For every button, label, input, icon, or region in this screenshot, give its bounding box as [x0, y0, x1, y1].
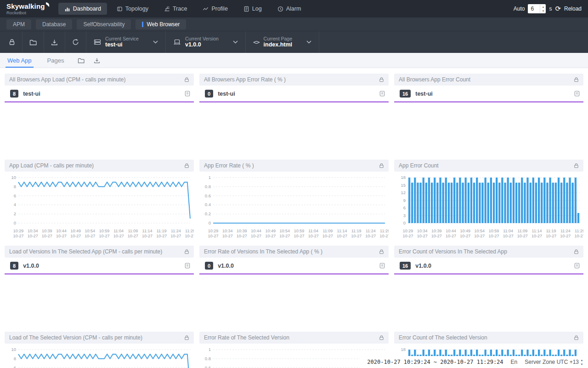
svg-text:11:24: 11:24: [560, 229, 571, 233]
group-tab-label: Web Browser: [147, 21, 180, 28]
svg-text:10-27: 10-27: [546, 234, 556, 238]
panel-error-count-of-versions: Error Count of Versions In The Selected …: [394, 246, 583, 332]
svg-text:10-27: 10-27: [56, 234, 67, 238]
lock-icon[interactable]: [184, 249, 189, 254]
metric-progress-bar: [199, 101, 389, 103]
lock-icon[interactable]: [379, 163, 384, 168]
auto-label: Auto: [514, 6, 525, 12]
language-toggle[interactable]: En: [511, 359, 518, 365]
nav-item-topology[interactable]: Topology: [111, 3, 154, 15]
auto-interval-stepper[interactable]: ▲▼: [540, 5, 546, 13]
svg-text:0.6: 0.6: [205, 193, 211, 198]
lock-icon[interactable]: [184, 163, 189, 168]
svg-text:12: 12: [401, 190, 406, 195]
reload-label[interactable]: Reload: [564, 6, 582, 12]
metric-value-badge: 16: [400, 90, 411, 98]
logo-swoosh-icon: [45, 2, 50, 7]
svg-text:10:54: 10:54: [280, 229, 290, 233]
server-zone-label: Server Zone UTC +: [525, 359, 572, 365]
panel-app-load-chart: App Load (CPM - calls per minute) 024681…: [5, 160, 194, 246]
svg-text:1: 1: [209, 175, 211, 180]
svg-text:10:49: 10:49: [460, 229, 470, 233]
lock-icon[interactable]: [574, 335, 579, 340]
nav-item-log[interactable]: Log: [237, 3, 268, 15]
svg-text:10-27: 10-27: [560, 234, 571, 238]
svg-text:10-27: 10-27: [28, 234, 38, 238]
nav-label: Profile: [211, 6, 227, 12]
nav-item-dashboard[interactable]: Dashboard: [58, 3, 107, 15]
group-tab-selfobservability[interactable]: SelfObservability: [77, 19, 131, 29]
clipboard-icon[interactable]: [574, 91, 580, 97]
metric-name[interactable]: test-ui: [23, 91, 185, 97]
nav-label: Alarm: [286, 6, 301, 12]
svg-text:10: 10: [11, 175, 16, 180]
svg-text:10:34: 10:34: [417, 229, 428, 233]
import-templates-button[interactable]: [23, 31, 44, 53]
clipboard-icon[interactable]: [379, 263, 385, 269]
app-logo: Skywalking Rocketbot: [0, 3, 58, 15]
metric-name[interactable]: v1.0.0: [23, 263, 185, 269]
metric-name[interactable]: test-ui: [415, 91, 574, 97]
lock-edit-button[interactable]: [2, 31, 23, 53]
lock-icon[interactable]: [574, 249, 579, 254]
nav-item-trace[interactable]: Trace: [158, 3, 193, 15]
sync-icon: [72, 39, 79, 46]
clipboard-icon[interactable]: [185, 263, 190, 269]
metric-value-badge: 8: [10, 262, 18, 270]
refresh-templates-button[interactable]: [65, 31, 86, 53]
metric-value-badge: 0: [205, 262, 213, 270]
nav-item-profile[interactable]: Profile: [197, 3, 233, 15]
clipboard-icon[interactable]: [379, 91, 385, 97]
metric-progress-bar: [5, 101, 194, 103]
svg-text:10:39: 10:39: [431, 229, 442, 233]
current-service-selector[interactable]: Current Service test-ui: [86, 31, 166, 53]
auto-unit: s: [549, 6, 552, 12]
lock-icon[interactable]: [574, 163, 579, 168]
lock-icon[interactable]: [574, 77, 579, 82]
log-icon: [243, 6, 249, 12]
server-zone-stepper[interactable]: ▲▼: [579, 358, 584, 366]
app-load-line-chart: 024681010:2910-2710:3410-2710:3910-2710:…: [5, 172, 194, 244]
metric-value-badge: 16: [400, 262, 411, 270]
lock-icon[interactable]: [184, 77, 189, 82]
group-tab-apm[interactable]: APM: [6, 19, 31, 29]
svg-text:10:54: 10:54: [475, 229, 485, 233]
reload-icon[interactable]: ⟳: [555, 5, 561, 13]
lock-icon[interactable]: [379, 77, 384, 82]
group-tab-web-browser[interactable]: Web Browser: [136, 19, 186, 29]
panel-title: Error Rate of The Selected Version: [204, 334, 379, 341]
tab-pages[interactable]: Pages: [45, 53, 66, 68]
clipboard-icon[interactable]: [185, 91, 190, 97]
lock-icon[interactable]: [184, 335, 189, 340]
current-version-selector[interactable]: Current Version v1.0.0: [166, 31, 246, 53]
nav-item-alarm[interactable]: Alarm: [271, 3, 307, 15]
group-tab-database[interactable]: Database: [36, 19, 72, 29]
lock-icon[interactable]: [379, 249, 384, 254]
download-icon[interactable]: [94, 58, 100, 63]
auto-interval-value[interactable]: [528, 6, 540, 12]
svg-text:10-27: 10-27: [365, 234, 376, 238]
folder-icon[interactable]: [78, 58, 85, 63]
panel-title: Error Count of Versions In The Selected …: [399, 248, 574, 255]
panel-title: All Browsers App Load (CPM - calls per m…: [9, 76, 184, 83]
time-range[interactable]: 2020-10-27 10:29:24 ~ 2020-10-27 11:29:2…: [367, 359, 503, 365]
svg-text:10-27: 10-27: [503, 234, 514, 238]
panel-load-of-versions: Load of Versions In The Selected App (CP…: [5, 246, 194, 332]
svg-text:11:09: 11:09: [128, 229, 138, 233]
svg-text:10: 10: [11, 347, 16, 352]
metric-name[interactable]: test-ui: [218, 91, 379, 97]
export-templates-button[interactable]: [44, 31, 65, 53]
auto-interval-input[interactable]: ▲▼: [528, 4, 546, 13]
svg-text:10-27: 10-27: [13, 234, 23, 238]
version-load-line-chart: 024681010:2910-2710:3410-2710:3910-2710:…: [5, 344, 194, 368]
metric-name[interactable]: v1.0.0: [218, 263, 379, 269]
lock-icon: [9, 39, 15, 46]
metric-name[interactable]: v1.0.0: [415, 263, 574, 269]
clipboard-icon[interactable]: [574, 263, 580, 269]
lock-icon[interactable]: [379, 335, 384, 340]
svg-text:8: 8: [14, 184, 16, 189]
current-page-selector[interactable]: <> Current Page index.html: [246, 31, 319, 53]
tab-web-app[interactable]: Web App: [6, 53, 34, 68]
svg-text:10-27: 10-27: [531, 234, 542, 238]
svg-text:0.2: 0.2: [205, 211, 211, 216]
